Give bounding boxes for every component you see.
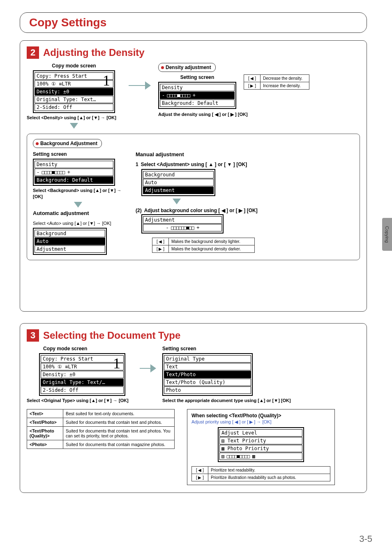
section-title-2: Adjusting the Density bbox=[43, 47, 145, 58]
step-badge-3: 3 bbox=[27, 329, 39, 342]
instruction: Adjust the density using [ ◀ ] or [ ▶ ] … bbox=[158, 111, 360, 117]
copy-mode-label: Copy mode screen bbox=[43, 346, 134, 352]
lcd-slider: - □□□□■□□□□ + bbox=[160, 92, 235, 99]
copy-mode-label: Copy mode screen bbox=[52, 63, 96, 69]
quality-box: When selecting <Text/Photo (Quality)> Ad… bbox=[187, 409, 335, 485]
lcd-line: Background bbox=[35, 230, 105, 237]
bullet-icon bbox=[36, 142, 39, 145]
arrow-down-icon bbox=[70, 123, 78, 129]
lcd-manual-1: Background Auto Adjustment bbox=[141, 169, 215, 196]
key-left: [ ◀ ] bbox=[244, 75, 261, 82]
lcd-line: Adjustment bbox=[143, 216, 222, 224]
lcd-line: Density: ±0 bbox=[41, 371, 124, 378]
lcd-line-selected: Auto bbox=[35, 238, 105, 245]
lcd-line: 100% ① ≡LTR bbox=[35, 80, 113, 88]
lcd-slider: ▤ □□□□■□□□□ ▦ bbox=[219, 453, 302, 460]
page-title: Copy Settings bbox=[29, 16, 367, 29]
quality-key-table: [ ◀ ]Prioritize text readability. [ ▶ ]P… bbox=[191, 466, 330, 481]
lcd-line: Text/Photo (Quality) bbox=[164, 379, 251, 386]
density-key-table: [ ◀ ]Decrease the density. [ ▶ ]Increase… bbox=[244, 74, 309, 90]
lcd-line: 2-Sided: Off bbox=[41, 386, 124, 394]
lcd-density: Density - □□□□■□□□□ + Background: Defaul… bbox=[158, 82, 236, 109]
background-adjust-tab: Background Adjustment bbox=[33, 139, 102, 148]
instruction: Select <Background> using [▲] or [▼] → [… bbox=[33, 187, 123, 199]
bullet-icon bbox=[161, 66, 164, 69]
instruction: Select <Auto> using [▲] or [▼] → [OK] bbox=[33, 220, 123, 226]
page-number: 3-5 bbox=[359, 534, 372, 544]
lcd-qty: 1 bbox=[113, 355, 120, 372]
instruction: Select <Density> using [▲] or [▼] → [OK] bbox=[27, 115, 116, 120]
arrow-right-icon bbox=[145, 81, 151, 90]
doctype-desc: Suited for documents that contain text a… bbox=[63, 418, 175, 427]
key-desc: Makes the background density lighter. bbox=[169, 238, 254, 245]
key-right: [ ▶ ] bbox=[152, 245, 169, 252]
lcd-line: Auto bbox=[143, 179, 214, 186]
tab-label: Background Adjustment bbox=[40, 141, 97, 146]
arrow-down-icon bbox=[173, 199, 181, 204]
title-banner: Copy Settings bbox=[20, 12, 367, 33]
table-row: <Text/Photo (Quality)>Suited for documen… bbox=[27, 427, 175, 440]
step-num-2: (2) bbox=[136, 208, 142, 213]
lcd-original-type: Original Type Text Text/Photo Text/Photo… bbox=[162, 353, 253, 396]
step-num-1: 1 bbox=[136, 162, 138, 167]
lcd-line: Adjustment bbox=[35, 245, 105, 253]
quality-sub: Adjust priority using [ ◀ ] or [ ▶ ] → [… bbox=[191, 419, 330, 425]
key-desc: Prioritize text readability. bbox=[208, 467, 330, 474]
lcd-qty: 1 bbox=[103, 72, 110, 89]
setting-screen-label: Setting screen bbox=[162, 346, 360, 352]
doctype-table: <Text>Best suited for text-only document… bbox=[27, 409, 175, 449]
step-badge-2: 2 bbox=[27, 46, 39, 59]
lcd-line: Copy: Press Start bbox=[35, 72, 113, 80]
step-1-text: Select <Adjustment> using [ ▲ ] or [ ▼ ]… bbox=[141, 162, 247, 167]
lcd-manual-2: Adjustment - □□□□□□■□□ + bbox=[141, 214, 224, 234]
lcd-line: Background: Default bbox=[160, 99, 235, 107]
arrow-right-icon bbox=[150, 364, 156, 372]
lcd-line: 100% ① ≡LTR bbox=[41, 363, 124, 370]
key-left: [ ◀ ] bbox=[192, 467, 208, 474]
key-left: [ ◀ ] bbox=[152, 238, 169, 245]
key-desc: Prioritize illustration readability such… bbox=[208, 474, 330, 481]
setting-screen-label: Setting screen bbox=[180, 74, 214, 80]
lcd-line: 2-Sided: Off bbox=[35, 104, 113, 111]
doctype-desc: Suited for documents that contain text a… bbox=[63, 427, 175, 440]
side-tab: Copying bbox=[382, 218, 392, 251]
lcd-slider: - □□□□■□□□□ + bbox=[35, 169, 113, 176]
lcd-line: Photo bbox=[164, 386, 251, 394]
lcd-line: Text bbox=[164, 363, 251, 370]
table-row: <Photo>Suited for documents that contain… bbox=[27, 440, 175, 449]
lcd-copy-mode-3: 1 Copy: Press Start 100% ① ≡LTR Density:… bbox=[39, 353, 125, 396]
tab-label: Density adjustment bbox=[166, 65, 211, 70]
lcd-line: ▤ Text Priority bbox=[219, 437, 302, 444]
lcd-line-selected: Original Type: Text/… bbox=[41, 379, 124, 386]
doctype-desc: Suited for documents that contain magazi… bbox=[63, 440, 175, 449]
lcd-bg: Density - □□□□■□□□□ + Background: Defaul… bbox=[33, 159, 115, 186]
doctype-key: <Photo> bbox=[27, 440, 63, 449]
section-density: 2 Adjusting the Density Copy mode screen… bbox=[20, 40, 367, 312]
lcd-line: Copy: Press Start bbox=[41, 355, 124, 363]
doctype-key: <Text> bbox=[27, 409, 63, 418]
lcd-line: Adjust Level bbox=[219, 429, 302, 437]
setting-screen-label: Setting screen bbox=[33, 151, 123, 157]
instruction: Select <Original Type> using [▲] or [▼] … bbox=[27, 398, 134, 403]
section-doctype: 3 Selecting the Document Type Copy mode … bbox=[20, 323, 367, 493]
step-2-text: Adjust background color using [ ◀ ] or [… bbox=[144, 208, 258, 213]
doctype-key: <Text/Photo> bbox=[27, 418, 63, 427]
lcd-line: Original Type: Text… bbox=[35, 96, 113, 103]
doctype-desc: Best suited for text-only documents. bbox=[63, 409, 175, 418]
key-desc: Makes the background density darker. bbox=[169, 245, 254, 252]
table-row: <Text>Best suited for text-only document… bbox=[27, 409, 175, 418]
instruction: Select the appropriate document type usi… bbox=[162, 398, 360, 403]
lcd-line: Background bbox=[143, 171, 214, 178]
lcd-line-selected: Background: Default bbox=[35, 176, 113, 184]
key-right: [ ▶ ] bbox=[244, 82, 261, 89]
manual-key-table: [ ◀ ]Makes the background density lighte… bbox=[152, 238, 255, 253]
key-desc: Decrease the density. bbox=[261, 75, 309, 82]
manual-adjust-title: Manual adjustment bbox=[136, 151, 354, 157]
lcd-copy-mode: 1 Copy: Press Start 100% ① ≡LTR Density:… bbox=[33, 70, 115, 113]
lcd-slider: - □□□□□□■□□ + bbox=[143, 224, 222, 231]
table-row: <Text/Photo>Suited for documents that co… bbox=[27, 418, 175, 427]
key-right: [ ▶ ] bbox=[192, 474, 208, 481]
arrow-down-icon bbox=[74, 202, 82, 208]
density-adjust-tab: Density adjustment bbox=[158, 63, 216, 72]
lcd-line: Original Type bbox=[164, 355, 251, 363]
